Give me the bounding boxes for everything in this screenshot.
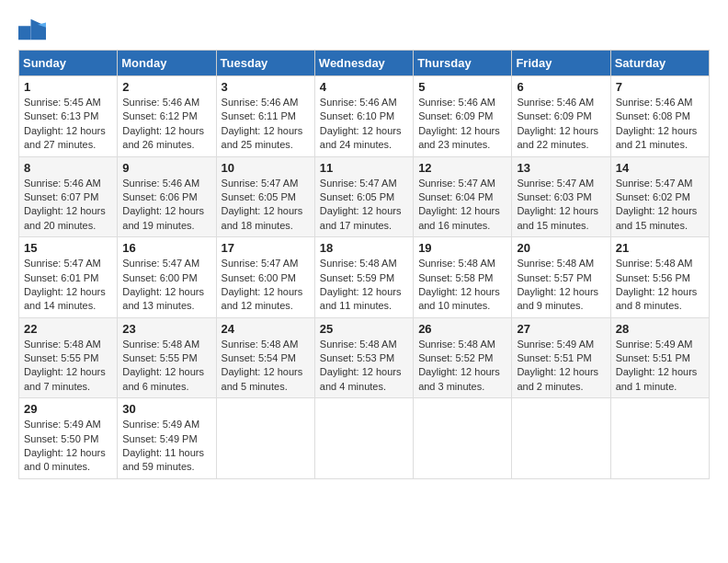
day-info: Sunrise: 5:47 AMSunset: 6:04 PMDaylight:… xyxy=(418,177,506,234)
day-number: 14 xyxy=(616,161,704,175)
calendar-cell: 24Sunrise: 5:48 AMSunset: 5:54 PMDayligh… xyxy=(216,317,314,398)
day-number: 25 xyxy=(320,322,408,336)
day-info: Sunrise: 5:49 AMSunset: 5:49 PMDaylight:… xyxy=(122,418,210,475)
day-info: Sunrise: 5:45 AMSunset: 6:13 PMDaylight:… xyxy=(24,96,112,153)
calendar-cell: 17Sunrise: 5:47 AMSunset: 6:00 PMDayligh… xyxy=(216,237,314,318)
day-info: Sunrise: 5:46 AMSunset: 6:07 PMDaylight:… xyxy=(24,177,112,234)
svg-rect-0 xyxy=(18,26,31,40)
day-number: 5 xyxy=(418,80,506,94)
day-info: Sunrise: 5:48 AMSunset: 5:56 PMDaylight:… xyxy=(616,257,704,314)
day-number: 29 xyxy=(24,402,112,416)
calendar-body: 1Sunrise: 5:45 AMSunset: 6:13 PMDaylight… xyxy=(19,76,710,479)
day-number: 17 xyxy=(222,241,310,255)
day-number: 26 xyxy=(418,322,506,336)
calendar-week-3: 15Sunrise: 5:47 AMSunset: 6:01 PMDayligh… xyxy=(19,237,710,318)
day-number: 27 xyxy=(517,322,605,336)
calendar-cell: 7Sunrise: 5:46 AMSunset: 6:08 PMDaylight… xyxy=(610,76,709,157)
calendar-cell: 11Sunrise: 5:47 AMSunset: 6:05 PMDayligh… xyxy=(314,156,413,237)
calendar-cell: 6Sunrise: 5:46 AMSunset: 6:09 PMDaylight… xyxy=(512,76,610,157)
day-info: Sunrise: 5:48 AMSunset: 5:58 PMDaylight:… xyxy=(418,257,506,314)
day-info: Sunrise: 5:48 AMSunset: 5:59 PMDaylight:… xyxy=(320,257,408,314)
calendar-cell xyxy=(314,398,413,479)
calendar-cell: 26Sunrise: 5:48 AMSunset: 5:52 PMDayligh… xyxy=(414,317,512,398)
calendar-cell xyxy=(610,398,709,479)
day-number: 10 xyxy=(222,161,310,175)
calendar-cell xyxy=(414,398,512,479)
calendar-header-row: SundayMondayTuesdayWednesdayThursdayFrid… xyxy=(19,51,710,76)
day-number: 21 xyxy=(616,241,704,255)
col-header-sunday: Sunday xyxy=(19,51,118,76)
day-info: Sunrise: 5:48 AMSunset: 5:53 PMDaylight:… xyxy=(320,338,408,395)
day-info: Sunrise: 5:47 AMSunset: 6:00 PMDaylight:… xyxy=(222,257,310,314)
day-info: Sunrise: 5:48 AMSunset: 5:52 PMDaylight:… xyxy=(418,338,506,395)
day-info: Sunrise: 5:47 AMSunset: 6:00 PMDaylight:… xyxy=(122,257,210,314)
calendar-cell: 3Sunrise: 5:46 AMSunset: 6:11 PMDaylight… xyxy=(216,76,314,157)
calendar-cell: 28Sunrise: 5:49 AMSunset: 5:51 PMDayligh… xyxy=(610,317,709,398)
calendar-cell: 19Sunrise: 5:48 AMSunset: 5:58 PMDayligh… xyxy=(414,237,512,318)
calendar-header: SundayMondayTuesdayWednesdayThursdayFrid… xyxy=(19,51,710,76)
day-number: 11 xyxy=(320,161,408,175)
day-number: 4 xyxy=(320,80,408,94)
day-info: Sunrise: 5:46 AMSunset: 6:09 PMDaylight:… xyxy=(418,96,506,153)
day-info: Sunrise: 5:49 AMSunset: 5:51 PMDaylight:… xyxy=(616,338,704,395)
day-number: 28 xyxy=(616,322,704,336)
col-header-saturday: Saturday xyxy=(610,51,709,76)
day-number: 23 xyxy=(122,322,210,336)
calendar-week-1: 1Sunrise: 5:45 AMSunset: 6:13 PMDaylight… xyxy=(19,76,710,157)
calendar-cell: 1Sunrise: 5:45 AMSunset: 6:13 PMDaylight… xyxy=(19,76,118,157)
calendar-cell: 29Sunrise: 5:49 AMSunset: 5:50 PMDayligh… xyxy=(19,398,118,479)
day-number: 9 xyxy=(122,161,210,175)
calendar-cell: 20Sunrise: 5:48 AMSunset: 5:57 PMDayligh… xyxy=(512,237,610,318)
calendar-cell: 4Sunrise: 5:46 AMSunset: 6:10 PMDaylight… xyxy=(314,76,413,157)
calendar-cell: 2Sunrise: 5:46 AMSunset: 6:12 PMDaylight… xyxy=(118,76,216,157)
calendar-cell: 13Sunrise: 5:47 AMSunset: 6:03 PMDayligh… xyxy=(512,156,610,237)
calendar-week-4: 22Sunrise: 5:48 AMSunset: 5:55 PMDayligh… xyxy=(19,317,710,398)
logo-icon xyxy=(18,18,46,40)
day-number: 6 xyxy=(517,80,605,94)
calendar-cell: 5Sunrise: 5:46 AMSunset: 6:09 PMDaylight… xyxy=(414,76,512,157)
calendar-cell: 18Sunrise: 5:48 AMSunset: 5:59 PMDayligh… xyxy=(314,237,413,318)
calendar-cell xyxy=(512,398,610,479)
col-header-wednesday: Wednesday xyxy=(314,51,413,76)
day-number: 19 xyxy=(418,241,506,255)
day-info: Sunrise: 5:49 AMSunset: 5:50 PMDaylight:… xyxy=(24,418,112,475)
day-info: Sunrise: 5:46 AMSunset: 6:12 PMDaylight:… xyxy=(122,96,210,153)
day-number: 22 xyxy=(24,322,112,336)
calendar-cell: 27Sunrise: 5:49 AMSunset: 5:51 PMDayligh… xyxy=(512,317,610,398)
svg-marker-1 xyxy=(31,19,47,40)
day-number: 30 xyxy=(122,402,210,416)
day-number: 3 xyxy=(222,80,310,94)
day-number: 15 xyxy=(24,241,112,255)
day-number: 24 xyxy=(222,322,310,336)
day-info: Sunrise: 5:47 AMSunset: 6:01 PMDaylight:… xyxy=(24,257,112,314)
day-info: Sunrise: 5:47 AMSunset: 6:03 PMDaylight:… xyxy=(517,177,605,234)
page-header xyxy=(18,18,710,40)
day-number: 1 xyxy=(24,80,112,94)
day-info: Sunrise: 5:46 AMSunset: 6:10 PMDaylight:… xyxy=(320,96,408,153)
calendar-cell: 21Sunrise: 5:48 AMSunset: 5:56 PMDayligh… xyxy=(610,237,709,318)
day-info: Sunrise: 5:46 AMSunset: 6:11 PMDaylight:… xyxy=(222,96,310,153)
calendar-cell: 10Sunrise: 5:47 AMSunset: 6:05 PMDayligh… xyxy=(216,156,314,237)
calendar-cell: 14Sunrise: 5:47 AMSunset: 6:02 PMDayligh… xyxy=(610,156,709,237)
calendar-cell: 8Sunrise: 5:46 AMSunset: 6:07 PMDaylight… xyxy=(19,156,118,237)
day-number: 12 xyxy=(418,161,506,175)
calendar-table: SundayMondayTuesdayWednesdayThursdayFrid… xyxy=(18,50,710,479)
calendar-week-2: 8Sunrise: 5:46 AMSunset: 6:07 PMDaylight… xyxy=(19,156,710,237)
day-number: 18 xyxy=(320,241,408,255)
calendar-cell: 23Sunrise: 5:48 AMSunset: 5:55 PMDayligh… xyxy=(118,317,216,398)
col-header-monday: Monday xyxy=(118,51,216,76)
calendar-cell: 15Sunrise: 5:47 AMSunset: 6:01 PMDayligh… xyxy=(19,237,118,318)
day-info: Sunrise: 5:47 AMSunset: 6:05 PMDaylight:… xyxy=(320,177,408,234)
day-info: Sunrise: 5:49 AMSunset: 5:51 PMDaylight:… xyxy=(517,338,605,395)
calendar-week-5: 29Sunrise: 5:49 AMSunset: 5:50 PMDayligh… xyxy=(19,398,710,479)
logo xyxy=(18,18,53,40)
day-info: Sunrise: 5:46 AMSunset: 6:08 PMDaylight:… xyxy=(616,96,704,153)
day-info: Sunrise: 5:48 AMSunset: 5:55 PMDaylight:… xyxy=(24,338,112,395)
col-header-tuesday: Tuesday xyxy=(216,51,314,76)
day-info: Sunrise: 5:46 AMSunset: 6:06 PMDaylight:… xyxy=(122,177,210,234)
calendar-cell: 22Sunrise: 5:48 AMSunset: 5:55 PMDayligh… xyxy=(19,317,118,398)
calendar-cell: 9Sunrise: 5:46 AMSunset: 6:06 PMDaylight… xyxy=(118,156,216,237)
col-header-friday: Friday xyxy=(512,51,610,76)
calendar-cell: 16Sunrise: 5:47 AMSunset: 6:00 PMDayligh… xyxy=(118,237,216,318)
day-info: Sunrise: 5:48 AMSunset: 5:55 PMDaylight:… xyxy=(122,338,210,395)
